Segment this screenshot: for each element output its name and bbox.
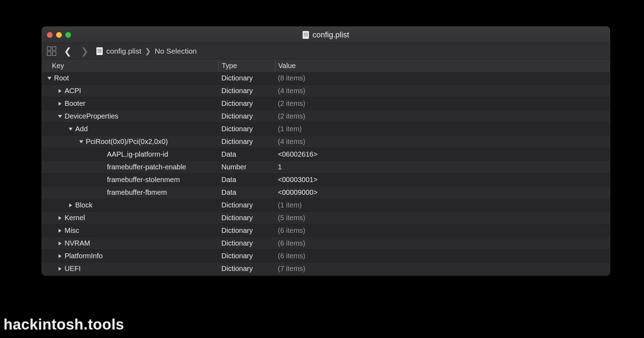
row-key[interactable]: UEFI bbox=[65, 265, 81, 273]
minimize-button[interactable] bbox=[56, 32, 62, 38]
row-type[interactable]: Dictionary bbox=[219, 87, 275, 95]
row-key[interactable]: PciRoot(0x0)/Pci(0x2,0x0) bbox=[86, 138, 168, 146]
table-row[interactable]: framebuffer-fbmemData<00009000> bbox=[42, 186, 610, 199]
breadcrumb-selection[interactable]: No Selection bbox=[155, 47, 197, 55]
row-type[interactable]: Data bbox=[219, 150, 275, 158]
row-type[interactable]: Dictionary bbox=[219, 239, 275, 247]
row-type[interactable]: Dictionary bbox=[219, 265, 275, 273]
table-row[interactable]: framebuffer-patch-enableNumber1 bbox=[42, 161, 610, 174]
disclosure-triangle-icon[interactable] bbox=[68, 203, 73, 208]
row-key-cell[interactable]: Root bbox=[42, 74, 219, 82]
row-type[interactable]: Data bbox=[219, 188, 275, 197]
row-value[interactable]: (1 item) bbox=[275, 125, 610, 133]
row-key-cell[interactable]: framebuffer-fbmem bbox=[42, 188, 219, 197]
row-value[interactable]: (7 items) bbox=[275, 265, 610, 273]
disclosure-triangle-icon[interactable] bbox=[47, 76, 52, 81]
table-row[interactable]: AddDictionary(1 item) bbox=[42, 123, 610, 135]
table-row[interactable]: PlatformInfoDictionary(6 items) bbox=[42, 250, 610, 262]
breadcrumb-file[interactable]: config.plist bbox=[106, 47, 141, 55]
header-type[interactable]: Type bbox=[219, 59, 275, 72]
disclosure-triangle-icon[interactable] bbox=[58, 216, 62, 221]
disclosure-triangle-icon[interactable] bbox=[58, 101, 62, 106]
row-value[interactable]: (6 items) bbox=[275, 239, 610, 247]
row-key[interactable]: PlatformInfo bbox=[65, 252, 103, 260]
zoom-button[interactable] bbox=[65, 32, 71, 38]
table-row[interactable]: KernelDictionary(5 items) bbox=[42, 212, 610, 224]
row-type[interactable]: Dictionary bbox=[219, 227, 275, 235]
disclosure-triangle-icon[interactable] bbox=[79, 139, 84, 144]
forward-button[interactable]: ❯ bbox=[79, 47, 90, 56]
row-type[interactable]: Dictionary bbox=[219, 252, 275, 260]
row-key[interactable]: ACPI bbox=[65, 87, 81, 95]
close-button[interactable] bbox=[47, 32, 53, 38]
table-row[interactable]: PciRoot(0x0)/Pci(0x2,0x0)Dictionary(4 it… bbox=[42, 135, 610, 148]
row-value[interactable]: (4 items) bbox=[275, 138, 610, 146]
row-key-cell[interactable]: Misc bbox=[42, 227, 219, 235]
row-key[interactable]: Booter bbox=[65, 99, 85, 108]
row-value[interactable]: <06002616> bbox=[275, 150, 610, 158]
row-value[interactable]: 1 bbox=[275, 163, 610, 171]
disclosure-triangle-icon[interactable] bbox=[58, 114, 62, 119]
row-key-cell[interactable]: PlatformInfo bbox=[42, 252, 219, 260]
header-value[interactable]: Value bbox=[275, 59, 610, 72]
table-row[interactable]: AAPL,ig-platform-idData<06002616> bbox=[42, 148, 610, 161]
disclosure-triangle-icon[interactable] bbox=[58, 89, 62, 93]
row-key-cell[interactable]: NVRAM bbox=[42, 239, 219, 247]
disclosure-triangle-icon[interactable] bbox=[58, 241, 62, 246]
row-type[interactable]: Number bbox=[219, 163, 275, 171]
row-key-cell[interactable]: DeviceProperties bbox=[42, 112, 219, 120]
row-type[interactable]: Dictionary bbox=[219, 99, 275, 108]
row-type[interactable]: Dictionary bbox=[219, 214, 275, 222]
table-row[interactable]: UEFIDictionary(7 items) bbox=[42, 262, 610, 275]
disclosure-triangle-icon[interactable] bbox=[58, 228, 62, 233]
header-key[interactable]: Key bbox=[42, 62, 219, 70]
table-row[interactable]: BlockDictionary(1 item) bbox=[42, 199, 610, 212]
row-key[interactable]: NVRAM bbox=[65, 239, 90, 247]
row-key[interactable]: Kernel bbox=[65, 214, 85, 222]
table-row[interactable]: NVRAMDictionary(6 items) bbox=[42, 237, 610, 250]
row-key-cell[interactable]: framebuffer-patch-enable bbox=[42, 163, 219, 171]
row-value[interactable]: (2 items) bbox=[275, 112, 610, 120]
row-value[interactable]: (1 item) bbox=[275, 201, 610, 209]
row-value[interactable]: (4 items) bbox=[275, 87, 610, 95]
table-row[interactable]: framebuffer-stolenmemData<00003001> bbox=[42, 174, 610, 186]
table-row[interactable]: ACPIDictionary(4 items) bbox=[42, 85, 610, 97]
row-key-cell[interactable]: UEFI bbox=[42, 265, 219, 273]
disclosure-triangle-icon[interactable] bbox=[68, 127, 73, 132]
row-type[interactable]: Dictionary bbox=[219, 74, 275, 82]
row-key-cell[interactable]: Add bbox=[42, 125, 219, 133]
row-key-cell[interactable]: AAPL,ig-platform-id bbox=[42, 150, 219, 158]
row-key[interactable]: Misc bbox=[65, 227, 79, 235]
row-key[interactable]: framebuffer-fbmem bbox=[107, 188, 167, 197]
row-value[interactable]: <00009000> bbox=[275, 188, 610, 197]
row-type[interactable]: Data bbox=[219, 176, 275, 184]
row-key[interactable]: DeviceProperties bbox=[65, 112, 118, 120]
row-key-cell[interactable]: framebuffer-stolenmem bbox=[42, 176, 219, 184]
table-row[interactable]: DevicePropertiesDictionary(2 items) bbox=[42, 110, 610, 123]
back-button[interactable]: ❮ bbox=[62, 47, 73, 56]
row-key-cell[interactable]: PciRoot(0x0)/Pci(0x2,0x0) bbox=[42, 138, 219, 146]
row-value[interactable]: <00003001> bbox=[275, 176, 610, 184]
row-key-cell[interactable]: Booter bbox=[42, 99, 219, 108]
row-key[interactable]: framebuffer-stolenmem bbox=[107, 176, 180, 184]
row-value[interactable]: (6 items) bbox=[275, 252, 610, 260]
row-key[interactable]: Add bbox=[75, 125, 88, 133]
row-type[interactable]: Dictionary bbox=[219, 201, 275, 209]
row-value[interactable]: (5 items) bbox=[275, 214, 610, 222]
row-type[interactable]: Dictionary bbox=[219, 138, 275, 146]
row-value[interactable]: (8 items) bbox=[275, 74, 610, 82]
disclosure-triangle-icon[interactable] bbox=[58, 254, 62, 259]
row-key-cell[interactable]: ACPI bbox=[42, 87, 219, 95]
table-row[interactable]: MiscDictionary(6 items) bbox=[42, 224, 610, 237]
related-items-icon[interactable] bbox=[47, 47, 56, 56]
table-row[interactable]: RootDictionary(8 items) bbox=[42, 72, 610, 85]
row-key-cell[interactable]: Block bbox=[42, 201, 219, 209]
row-type[interactable]: Dictionary bbox=[219, 112, 275, 120]
row-key-cell[interactable]: Kernel bbox=[42, 214, 219, 222]
row-key[interactable]: framebuffer-patch-enable bbox=[107, 163, 186, 171]
row-key[interactable]: Root bbox=[54, 74, 69, 82]
row-value[interactable]: (2 items) bbox=[275, 99, 610, 108]
row-type[interactable]: Dictionary bbox=[219, 125, 275, 133]
row-key[interactable]: AAPL,ig-platform-id bbox=[107, 150, 168, 158]
table-row[interactable]: BooterDictionary(2 items) bbox=[42, 97, 610, 110]
